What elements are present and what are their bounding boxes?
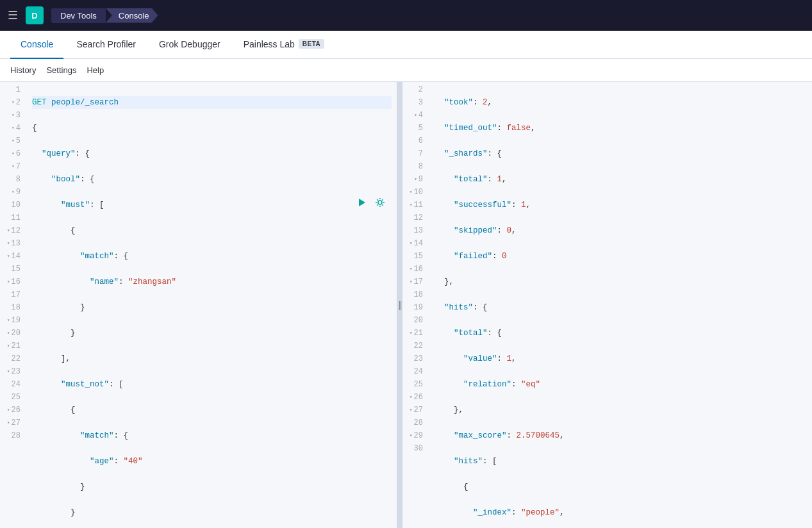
response-code-content: 2 3 ▾4 5 6 7 8 ▾9 ▾10 ▾11 12 13 ▾14 15 ▾… <box>402 82 812 528</box>
editor-actions <box>356 196 386 209</box>
svg-marker-0 <box>359 199 365 206</box>
tab-grok-debugger[interactable]: Grok Debugger <box>149 31 231 59</box>
editor-pane: 1 ▾2 ▾3 ▾4 ▾5 ▾6 ▾7 8 ▾9 10 11 ▾12 ▾13 ▾… <box>0 82 397 528</box>
hamburger-icon[interactable]: ☰ <box>8 8 18 22</box>
history-button[interactable]: History <box>10 65 36 75</box>
wrench-icon[interactable] <box>374 196 386 209</box>
breadcrumb-devtools[interactable]: Dev Tools <box>51 8 106 23</box>
breadcrumb-console[interactable]: Console <box>106 8 158 23</box>
line-numbers: 1 ▾2 ▾3 ▾4 ▾5 ▾6 ▾7 8 ▾9 10 11 ▾12 ▾13 ▾… <box>0 82 27 528</box>
svg-point-1 <box>378 201 382 204</box>
tab-search-profiler[interactable]: Search Profiler <box>66 31 146 59</box>
tabs-bar: Console Search Profiler Grok Debugger Pa… <box>0 31 812 59</box>
response-pane: 2 3 ▾4 5 6 7 8 ▾9 ▾10 ▾11 12 13 ▾14 15 ▾… <box>402 82 812 528</box>
editor-code-content[interactable]: GET people/_search { "query": { "bool": … <box>27 82 397 528</box>
tab-painless-lab[interactable]: Painless Lab BETA <box>233 31 335 59</box>
help-button[interactable]: Help <box>87 65 104 75</box>
response-line-numbers: 2 3 ▾4 5 6 7 8 ▾9 ▾10 ▾11 12 13 ▾14 15 ▾… <box>402 82 429 528</box>
tab-console[interactable]: Console <box>10 31 63 59</box>
breadcrumb: Dev Tools Console <box>51 8 158 23</box>
avatar: D <box>26 6 44 24</box>
toolbar: History Settings Help <box>0 59 812 82</box>
beta-badge: BETA <box>299 39 324 49</box>
response-content: "took": 2, "timed_out": false, "_shards"… <box>429 82 812 528</box>
settings-button[interactable]: Settings <box>46 65 76 75</box>
code-editor[interactable]: 1 ▾2 ▾3 ▾4 ▾5 ▾6 ▾7 8 ▾9 10 11 ▾12 ▾13 ▾… <box>0 82 397 528</box>
pane-divider[interactable]: ‖ <box>397 82 402 528</box>
top-bar: ☰ D Dev Tools Console <box>0 0 812 31</box>
run-button[interactable] <box>356 196 369 209</box>
main-content: 1 ▾2 ▾3 ▾4 ▾5 ▾6 ▾7 8 ▾9 10 11 ▾12 ▾13 ▾… <box>0 82 812 528</box>
